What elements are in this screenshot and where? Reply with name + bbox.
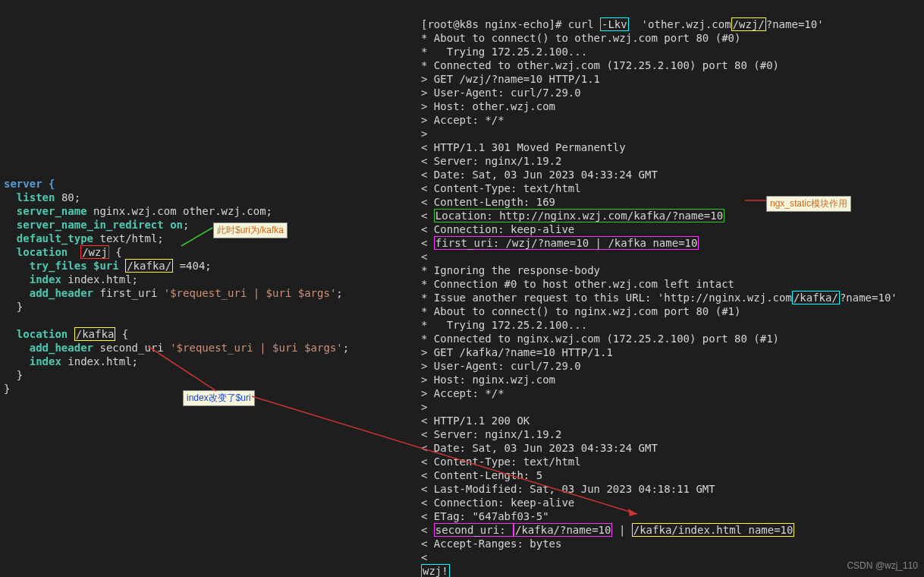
first-uri-header: first_uri: /wzj/?name=10 | /kafka name=1… — [434, 236, 699, 250]
kafka-path: /kafka/ — [125, 259, 173, 273]
curl-flag: -Lkv — [600, 17, 629, 31]
second-uri-name: second_uri: — [434, 523, 514, 537]
server-keyword: server { — [4, 178, 55, 190]
url-wzj: /wzj/ — [731, 17, 766, 31]
location-wzj: /wzj — [80, 245, 109, 259]
second-uri-resolved: /kafka/index.html name=10 — [632, 523, 795, 537]
kafka-url: /kafka/ — [792, 291, 840, 304]
annotation-ngx-static: ngx_static模块作用 — [766, 196, 851, 212]
response-body: wzj! — [421, 564, 450, 577]
location-kafka: /kafka — [74, 327, 116, 341]
annotation-uri-kafka: 此时$uri为/kafka — [213, 222, 288, 238]
annotation-index-change: index改变了$uri — [183, 390, 255, 406]
second-uri-request: /kafka/?name=10 — [514, 523, 612, 537]
watermark: CSDN @wzj_110 — [847, 560, 918, 571]
curl-output: [root@k8s nginx-echo]# curl -Lkv 'other.… — [421, 4, 897, 577]
location-header: Location: http://nginx.wzj.com/kafka/?na… — [434, 209, 724, 222]
nginx-config: server { listen 80; server_name nginx.wz… — [4, 163, 349, 396]
